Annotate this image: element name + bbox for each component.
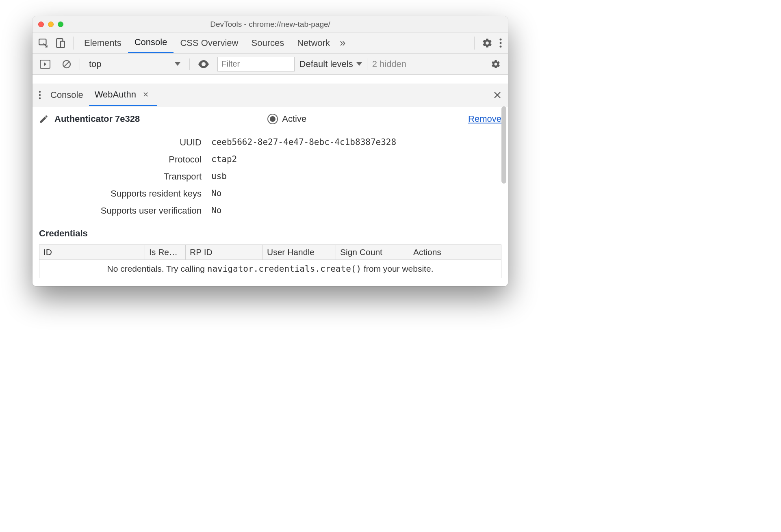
tab-elements[interactable]: Elements bbox=[78, 32, 128, 53]
scrollbar-thumb[interactable] bbox=[501, 106, 506, 184]
remove-authenticator-link[interactable]: Remove bbox=[468, 114, 501, 124]
log-levels-label: Default levels bbox=[299, 59, 353, 69]
user-verification-label: Supports user verification bbox=[39, 205, 202, 216]
empty-code: navigator.credentials.create() bbox=[207, 264, 361, 274]
svg-point-9 bbox=[39, 91, 41, 93]
col-id[interactable]: ID bbox=[39, 245, 145, 260]
protocol-label: Protocol bbox=[39, 154, 202, 165]
titlebar: DevTools - chrome://new-tab-page/ bbox=[33, 16, 508, 32]
drawer-kebab-menu-icon[interactable] bbox=[35, 88, 45, 102]
console-toolbar: top Default levels 2 hidden bbox=[33, 54, 508, 75]
context-label: top bbox=[89, 59, 102, 69]
separator bbox=[189, 58, 190, 70]
tab-network[interactable]: Network bbox=[291, 32, 336, 53]
svg-rect-2 bbox=[61, 41, 65, 47]
kebab-menu-icon[interactable] bbox=[496, 35, 505, 51]
clear-console-icon[interactable] bbox=[59, 57, 75, 71]
main-tabstrip: Elements Console CSS Overview Sources Ne… bbox=[33, 32, 508, 54]
more-tabs-icon[interactable]: » bbox=[336, 37, 349, 49]
col-is-resident[interactable]: Is Re… bbox=[145, 245, 186, 260]
separator bbox=[80, 58, 80, 70]
live-expression-eye-icon[interactable] bbox=[195, 58, 213, 71]
webauthn-panel: Authenticator 7e328 Active Remove UUID c… bbox=[33, 106, 508, 286]
empty-prefix: No credentials. Try calling bbox=[107, 264, 207, 273]
svg-rect-0 bbox=[39, 39, 46, 45]
console-filter-input[interactable] bbox=[217, 57, 295, 71]
resident-keys-value: No bbox=[211, 188, 501, 199]
separator bbox=[474, 37, 475, 50]
drawer-tab-label: WebAuthn bbox=[95, 89, 136, 100]
tab-sources[interactable]: Sources bbox=[245, 32, 291, 53]
transport-label: Transport bbox=[39, 171, 202, 182]
col-rp-id[interactable]: RP ID bbox=[186, 245, 263, 260]
active-label: Active bbox=[282, 114, 306, 124]
svg-point-5 bbox=[500, 45, 502, 48]
separator bbox=[73, 37, 74, 50]
inspect-element-icon[interactable] bbox=[35, 35, 52, 51]
separator bbox=[367, 58, 367, 70]
authenticator-details: UUID ceeb5662-8e27-4e47-8ebc-4c1b8387e32… bbox=[39, 137, 501, 216]
execution-context-selector[interactable]: top bbox=[85, 57, 184, 71]
col-actions[interactable]: Actions bbox=[409, 245, 501, 260]
svg-point-11 bbox=[39, 97, 41, 99]
resident-keys-label: Supports resident keys bbox=[39, 188, 202, 199]
console-output-area bbox=[33, 75, 508, 84]
window-title: DevTools - chrome://new-tab-page/ bbox=[33, 20, 508, 29]
svg-point-3 bbox=[500, 38, 502, 40]
svg-point-10 bbox=[39, 94, 41, 96]
log-levels-selector[interactable]: Default levels bbox=[299, 59, 362, 69]
authenticator-name: Authenticator 7e328 bbox=[54, 114, 140, 124]
devtools-window: DevTools - chrome://new-tab-page/ Elemen… bbox=[33, 16, 508, 286]
col-user-handle[interactable]: User Handle bbox=[263, 245, 336, 260]
radio-icon bbox=[267, 114, 278, 124]
table-header-row: ID Is Re… RP ID User Handle Sign Count A… bbox=[39, 245, 501, 260]
chevron-down-icon bbox=[356, 62, 362, 66]
drawer-tab-console[interactable]: Console bbox=[45, 84, 89, 106]
svg-line-8 bbox=[64, 62, 69, 67]
settings-gear-icon[interactable] bbox=[479, 35, 496, 51]
authenticator-header: Authenticator 7e328 Active Remove bbox=[39, 111, 501, 126]
transport-value: usb bbox=[211, 171, 501, 182]
device-toolbar-icon[interactable] bbox=[52, 35, 69, 51]
credentials-empty-row: No credentials. Try calling navigator.cr… bbox=[39, 260, 501, 278]
uuid-value: ceeb5662-8e27-4e47-8ebc-4c1b8387e328 bbox=[211, 137, 501, 148]
console-sidebar-toggle-icon[interactable] bbox=[37, 57, 54, 71]
tab-console[interactable]: Console bbox=[128, 32, 174, 53]
pencil-edit-icon[interactable] bbox=[39, 114, 49, 124]
close-drawer-icon[interactable] bbox=[490, 89, 505, 102]
console-settings-gear-icon[interactable] bbox=[488, 57, 504, 71]
col-sign-count[interactable]: Sign Count bbox=[336, 245, 409, 260]
active-radio[interactable]: Active bbox=[267, 114, 306, 124]
svg-point-4 bbox=[500, 42, 502, 44]
credentials-table: ID Is Re… RP ID User Handle Sign Count A… bbox=[39, 244, 501, 278]
hidden-messages-count[interactable]: 2 hidden bbox=[372, 59, 406, 69]
drawer-tabstrip: Console WebAuthn ✕ bbox=[33, 84, 508, 106]
uuid-label: UUID bbox=[39, 137, 202, 148]
chevron-down-icon bbox=[175, 62, 180, 66]
tab-css-overview[interactable]: CSS Overview bbox=[174, 32, 245, 53]
user-verification-value: No bbox=[211, 205, 501, 216]
empty-suffix: from your website. bbox=[361, 264, 433, 273]
protocol-value: ctap2 bbox=[211, 154, 501, 165]
close-tab-icon[interactable]: ✕ bbox=[140, 90, 151, 99]
drawer-tab-webauthn[interactable]: WebAuthn ✕ bbox=[89, 84, 157, 106]
credentials-heading: Credentials bbox=[39, 228, 501, 239]
